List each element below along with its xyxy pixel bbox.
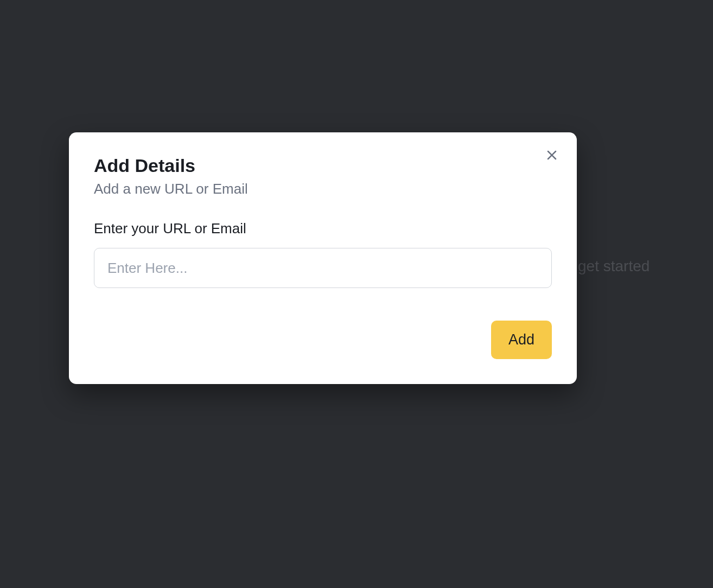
input-label: Enter your URL or Email bbox=[94, 220, 552, 237]
modal-subtitle: Add a new URL or Email bbox=[94, 181, 552, 197]
close-icon bbox=[545, 149, 558, 162]
add-details-modal: Add Details Add a new URL or Email Enter… bbox=[69, 132, 577, 384]
close-button[interactable] bbox=[544, 148, 559, 163]
modal-footer: Add bbox=[94, 321, 552, 359]
modal-overlay: Add Details Add a new URL or Email Enter… bbox=[0, 0, 713, 588]
add-button[interactable]: Add bbox=[491, 321, 552, 359]
url-email-input[interactable] bbox=[94, 248, 552, 288]
modal-title: Add Details bbox=[94, 155, 552, 176]
